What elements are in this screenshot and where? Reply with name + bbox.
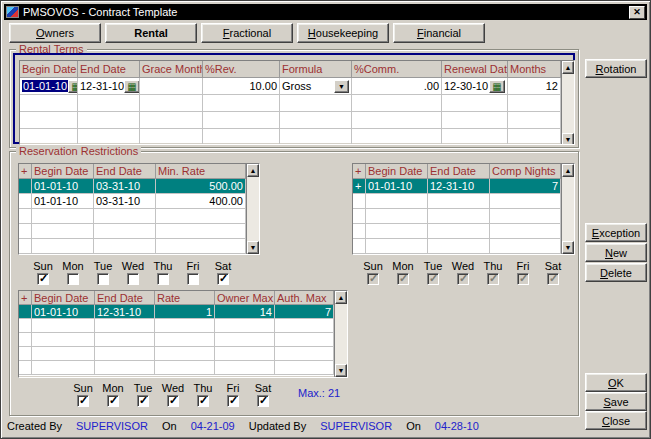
- sun-checkbox[interactable]: [37, 273, 49, 285]
- mon-checkbox[interactable]: [107, 395, 119, 407]
- owner-max-grid: + Begin Date End Date Rate Owner Max Aut…: [18, 290, 348, 378]
- scroll-down-icon[interactable]: ▼: [247, 241, 259, 254]
- min-rate-row-selected[interactable]: 01-01-10 03-31-10 500.00: [19, 179, 246, 194]
- owner-max-empty-row[interactable]: [19, 361, 334, 375]
- created-on-value: 04-21-09: [191, 420, 235, 432]
- begin-date-cell: 01-01-10 ▦: [20, 78, 78, 95]
- rental-grid-scrollbar[interactable]: ▲ ▼: [561, 61, 574, 145]
- titlebar: PMSOVOS - Contract Template ✕: [4, 4, 647, 20]
- save-button[interactable]: Save: [585, 392, 647, 411]
- wed-checkbox: [457, 273, 469, 285]
- calendar-icon[interactable]: ▦: [68, 80, 78, 93]
- tab-financial[interactable]: Financial: [393, 23, 485, 43]
- sat-checkbox[interactable]: [257, 395, 269, 407]
- owner-max-empty-row[interactable]: [19, 319, 334, 333]
- min-rate-empty-row[interactable]: [19, 239, 246, 254]
- app-icon: [6, 6, 19, 18]
- begin-date-value: 01-01-10: [22, 80, 68, 92]
- owner-max-empty-row[interactable]: [19, 347, 334, 361]
- reservation-restrictions-group: Reservation Restrictions + Begin Date En…: [9, 151, 579, 416]
- fri-checkbox[interactable]: [227, 395, 239, 407]
- min-rate-day-checkboxes: Sun Mon Tue Wed Thu Fri Sat: [28, 260, 238, 285]
- audit-footer: Created By SUPERVISOR On 04-21-09 Update…: [7, 420, 479, 432]
- rental-grid-row[interactable]: 01-01-10 ▦ 12-31-10 ▦ 10.00 Gross: [20, 78, 561, 95]
- thu-checkbox[interactable]: [197, 395, 209, 407]
- end-date-value: 12-31-10: [80, 80, 124, 92]
- comp-nights-row-selected[interactable]: + 01-01-10 12-31-10 7: [353, 179, 561, 194]
- updated-by-label: Updated By: [249, 420, 306, 432]
- grace-months-cell[interactable]: [140, 78, 203, 95]
- tab-housekeeping[interactable]: Housekeeping: [297, 23, 389, 43]
- updated-on-label: On: [406, 420, 421, 432]
- rental-grid-empty-row[interactable]: [20, 129, 561, 145]
- comp-nights-scrollbar[interactable]: ▲ ▼: [561, 164, 574, 254]
- window-title: PMSOVOS - Contract Template: [23, 6, 629, 18]
- tab-fractional[interactable]: Fractional: [201, 23, 293, 43]
- comp-nights-empty-row[interactable]: [353, 239, 561, 254]
- new-button[interactable]: New: [585, 243, 647, 262]
- months-cell[interactable]: 12: [508, 78, 561, 95]
- comp-nights-empty-row[interactable]: [353, 209, 561, 224]
- sun-checkbox[interactable]: [77, 395, 89, 407]
- delete-button[interactable]: Delete: [585, 263, 647, 282]
- wed-checkbox[interactable]: [127, 273, 139, 285]
- calendar-icon[interactable]: ▦: [124, 80, 140, 93]
- formula-cell: Gross ▼: [280, 78, 352, 95]
- renewal-date-value: 12-30-10: [444, 80, 488, 92]
- close-button[interactable]: Close: [585, 411, 647, 430]
- mon-checkbox[interactable]: [67, 273, 79, 285]
- tab-rental[interactable]: Rental: [105, 23, 197, 43]
- min-rate-empty-row[interactable]: [19, 224, 246, 239]
- comp-nights-empty-row[interactable]: [353, 224, 561, 239]
- scroll-up-icon[interactable]: ▲: [562, 61, 574, 74]
- scroll-up-icon[interactable]: ▲: [247, 164, 259, 177]
- fri-checkbox[interactable]: [187, 273, 199, 285]
- sat-checkbox[interactable]: [217, 273, 229, 285]
- sun-checkbox: [367, 273, 379, 285]
- rental-grid-empty-row[interactable]: [20, 95, 561, 112]
- mon-checkbox: [397, 273, 409, 285]
- tab-bar: Owners Rental Fractional Housekeeping Fi…: [9, 23, 485, 43]
- thu-checkbox: [487, 273, 499, 285]
- reservation-restrictions-title: Reservation Restrictions: [16, 145, 141, 157]
- scroll-down-icon[interactable]: ▼: [335, 364, 347, 377]
- pct-comm-cell[interactable]: .00: [352, 78, 442, 95]
- comp-nights-day-checkboxes: Sun Mon Tue Wed Thu Fri Sat: [358, 260, 568, 285]
- calendar-icon[interactable]: ▦: [489, 80, 505, 93]
- min-rate-grid-header: + Begin Date End Date Min. Rate: [19, 164, 246, 179]
- pct-rev-cell[interactable]: 10.00: [203, 78, 280, 95]
- min-rate-grid: + Begin Date End Date Min. Rate 01-01-10…: [18, 163, 260, 255]
- contract-template-window: PMSOVOS - Contract Template ✕ Owners Ren…: [0, 0, 651, 439]
- close-icon[interactable]: ✕: [629, 6, 645, 19]
- min-rate-row[interactable]: 01-01-10 03-31-10 400.00: [19, 194, 246, 209]
- tue-checkbox[interactable]: [137, 395, 149, 407]
- rental-terms-group: Rental Terms Begin Date End Date Grace M…: [9, 49, 579, 148]
- owner-max-row-selected[interactable]: 01-01-10 12-31-10 1 14 7: [19, 305, 334, 319]
- rental-terms-frame: Begin Date End Date Grace Months %Rev. F…: [13, 53, 575, 144]
- owner-max-grid-header: + Begin Date End Date Rate Owner Max Aut…: [19, 291, 334, 305]
- tue-checkbox[interactable]: [97, 273, 109, 285]
- updated-on-value: 04-28-10: [435, 420, 479, 432]
- created-by-value: SUPERVISOR: [76, 420, 148, 432]
- scroll-up-icon[interactable]: ▲: [562, 164, 574, 177]
- scroll-down-icon[interactable]: ▼: [562, 133, 574, 145]
- tab-owners[interactable]: Owners: [9, 23, 101, 43]
- wed-checkbox[interactable]: [167, 395, 179, 407]
- scroll-down-icon[interactable]: ▼: [562, 241, 574, 254]
- formula-value: Gross: [282, 80, 311, 92]
- max-total-label: Max.: 21: [298, 387, 340, 399]
- comp-nights-empty-row[interactable]: [353, 194, 561, 209]
- owner-max-empty-row[interactable]: [19, 333, 334, 347]
- thu-checkbox[interactable]: [157, 273, 169, 285]
- scroll-up-icon[interactable]: ▲: [335, 291, 347, 304]
- rental-grid-empty-row[interactable]: [20, 112, 561, 129]
- min-rate-empty-row[interactable]: [19, 209, 246, 224]
- rental-grid-header: Begin Date End Date Grace Months %Rev. F…: [20, 61, 561, 78]
- min-rate-scrollbar[interactable]: ▲ ▼: [246, 164, 259, 254]
- ok-button[interactable]: OK: [585, 373, 647, 392]
- created-by-label: Created By: [7, 420, 62, 432]
- rotation-button[interactable]: Rotation: [585, 59, 647, 78]
- exception-button[interactable]: Exception: [585, 223, 647, 242]
- owner-max-scrollbar[interactable]: ▲ ▼: [334, 291, 347, 377]
- chevron-down-icon[interactable]: ▼: [334, 80, 349, 93]
